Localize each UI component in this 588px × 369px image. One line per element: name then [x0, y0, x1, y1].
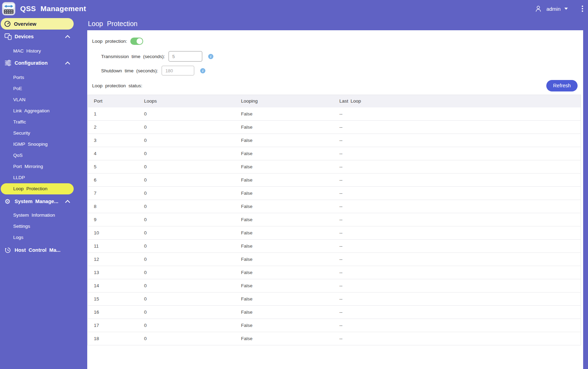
sidebar-item-poe[interactable]: PoE [0, 83, 87, 94]
cell-last-loop: -- [334, 226, 581, 240]
cell-looping: False [235, 226, 334, 240]
cell-port: 7 [88, 187, 138, 200]
sidebar-item-settings[interactable]: Settings [0, 221, 87, 232]
cell-port: 11 [88, 240, 138, 253]
sidebar-item-overview[interactable]: Overview [1, 18, 74, 30]
chevron-up-icon[interactable] [65, 61, 71, 65]
cell-looping: False [235, 279, 334, 292]
table-row: 100False-- [88, 226, 581, 240]
sliders-icon [5, 59, 12, 66]
more-options-menu-icon[interactable] [582, 6, 583, 12]
cell-looping: False [235, 174, 334, 187]
cell-loops: 0 [138, 187, 235, 200]
cell-loops: 0 [138, 292, 235, 306]
page-title: Loop Protection [88, 20, 138, 28]
cell-port: 6 [88, 174, 138, 187]
cell-last-loop: -- [334, 292, 581, 306]
content-panel: Loop protection: Transmission time (seco… [87, 30, 583, 369]
table-row: 10False-- [88, 107, 581, 121]
cell-port: 8 [88, 200, 138, 213]
sidebar-section-label: Host Control Ma... [15, 247, 60, 253]
table-row: 40False-- [88, 147, 581, 160]
logo-ports-grid [4, 9, 14, 14]
loop-protection-toggle[interactable] [130, 38, 143, 45]
cell-last-loop: -- [334, 266, 581, 279]
column-header-port: Port [88, 95, 138, 107]
sidebar-section-configuration[interactable]: Configuration [0, 57, 87, 69]
sidebar-item-security[interactable]: Security [0, 128, 87, 139]
sidebar-item-qos[interactable]: QoS [0, 150, 87, 161]
cell-port: 1 [88, 107, 138, 121]
cell-loops: 0 [138, 121, 235, 134]
cell-looping: False [235, 160, 334, 174]
table-row: 170False-- [88, 319, 581, 332]
cell-last-loop: -- [334, 107, 581, 121]
info-icon[interactable]: i [200, 68, 205, 73]
app-logo-switch-icon [2, 2, 15, 15]
sidebar-section-devices[interactable]: Devices [0, 31, 87, 42]
refresh-button[interactable]: Refresh [546, 80, 578, 91]
sidebar-item-port-mirroring[interactable]: Port Mirroring [0, 161, 87, 172]
status-table-body: 10False--20False--30False--40False--50Fa… [88, 107, 581, 345]
sidebar-item-logs[interactable]: Logs [0, 232, 87, 243]
history-restore-icon [5, 247, 12, 254]
sidebar-item-loop-protection[interactable]: Loop Protection [1, 183, 74, 194]
cell-loops: 0 [138, 253, 235, 266]
cell-last-loop: -- [334, 121, 581, 134]
cell-looping: False [235, 213, 334, 226]
shutdown-time-label: Shutdown time (seconds): [101, 68, 158, 73]
cell-loops: 0 [138, 107, 235, 121]
cell-last-loop: -- [334, 253, 581, 266]
top-header-bar: QSS Management admin [0, 0, 588, 17]
sidebar-item-system-information[interactable]: System Information [0, 210, 87, 221]
cell-loops: 0 [138, 134, 235, 147]
loop-protection-label: Loop protection: [92, 39, 127, 44]
sidebar-section-label: System Manage... [15, 199, 58, 204]
transmission-time-input[interactable] [169, 51, 202, 62]
cell-port: 3 [88, 134, 138, 147]
sidebar-item-label: Overview [14, 21, 36, 27]
cell-loops: 0 [138, 174, 235, 187]
sidebar-section-system-management[interactable]: ⚙ System Manage... [0, 196, 87, 207]
column-header-last-loop: Last Loop [334, 95, 581, 107]
cell-loops: 0 [138, 279, 235, 292]
sidebar-item-vlan[interactable]: VLAN [0, 94, 87, 105]
column-header-loops: Loops [138, 95, 235, 107]
user-menu-caret-icon[interactable] [564, 8, 568, 10]
info-icon[interactable]: i [208, 54, 213, 59]
chevron-up-icon[interactable] [65, 35, 71, 39]
cell-looping: False [235, 306, 334, 319]
cell-looping: False [235, 266, 334, 279]
table-row: 140False-- [88, 279, 581, 292]
sidebar-section-host-control[interactable]: Host Control Ma... [0, 244, 87, 256]
sidebar-item-ports[interactable]: Ports [0, 72, 87, 83]
devices-icon [5, 33, 12, 40]
table-row: 90False-- [88, 213, 581, 226]
cell-port: 18 [88, 332, 138, 345]
cell-last-loop: -- [334, 240, 581, 253]
cell-looping: False [235, 253, 334, 266]
sidebar-item-link-aggregation[interactable]: Link Aggregation [0, 105, 87, 117]
table-row: 20False-- [88, 121, 581, 134]
cell-loops: 0 [138, 332, 235, 345]
sidebar-item-mac-history[interactable]: MAC History [0, 46, 87, 57]
cell-port: 10 [88, 226, 138, 240]
shutdown-time-input[interactable] [162, 66, 194, 75]
cell-port: 13 [88, 266, 138, 279]
cell-last-loop: -- [334, 200, 581, 213]
cell-last-loop: -- [334, 279, 581, 292]
cell-loops: 0 [138, 319, 235, 332]
sidebar-item-igmp-snooping[interactable]: IGMP Snooping [0, 139, 87, 150]
table-header-row: Port Loops Looping Last Loop [88, 95, 581, 107]
table-row: 80False-- [88, 200, 581, 213]
chevron-up-icon[interactable] [65, 200, 71, 203]
cell-port: 14 [88, 279, 138, 292]
table-row: 110False-- [88, 240, 581, 253]
sidebar-item-lldp[interactable]: LLDP [0, 172, 87, 183]
cell-looping: False [235, 121, 334, 134]
user-name[interactable]: admin [546, 6, 561, 12]
sidebar-item-traffic[interactable]: Traffic [0, 117, 87, 128]
gauge-icon [4, 21, 11, 27]
sidebar-nav: Overview Devices MAC History Configurat [0, 17, 87, 369]
cell-last-loop: -- [334, 213, 581, 226]
